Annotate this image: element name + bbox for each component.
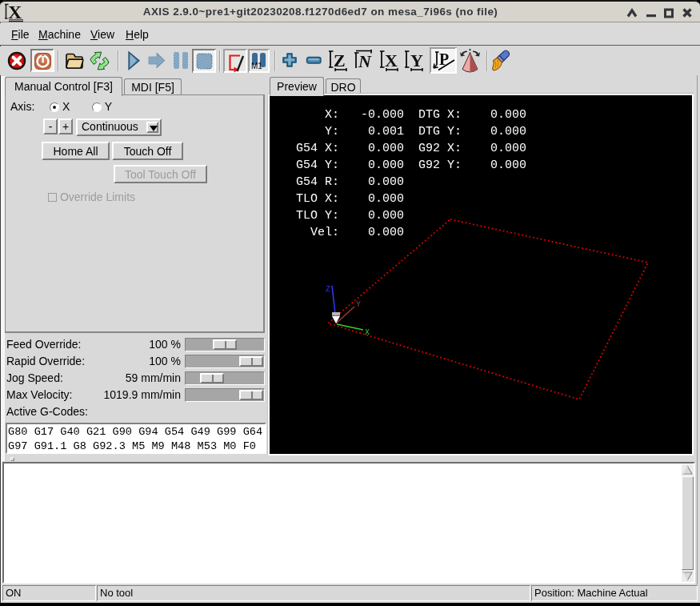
svg-text:Z: Z [334, 50, 346, 70]
svg-text:N: N [358, 51, 372, 71]
svg-text:X: X [365, 328, 370, 337]
svg-text:Y: Y [410, 50, 423, 70]
svg-text:Z: Z [326, 285, 330, 294]
svg-text:M1: M1 [251, 62, 262, 70]
svg-text:X: X [385, 50, 398, 70]
svg-text:Y: Y [356, 300, 361, 309]
svg-text:P: P [439, 50, 449, 68]
